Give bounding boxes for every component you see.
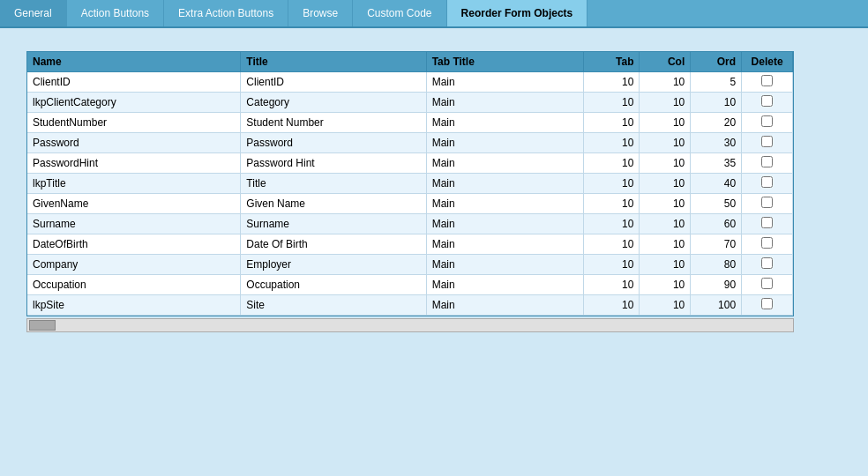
cell-ord-8: 70 [691, 234, 742, 255]
delete-checkbox-2[interactable] [761, 115, 773, 127]
delete-checkbox-3[interactable] [761, 136, 773, 147]
cell-title-7: Surname [241, 214, 426, 234]
cell-col-1: 10 [640, 93, 691, 113]
cell-title-10: Occupation [241, 275, 426, 295]
cell-ord-11: 100 [691, 295, 742, 316]
table-row: DateOfBirthDate Of BirthMain101070 [27, 234, 793, 255]
table-wrapper[interactable]: NameTitleTab TitleTabColOrdDelete Client… [26, 51, 794, 316]
cell-title-3: Password [241, 133, 426, 153]
cell-ord-6: 50 [691, 194, 742, 214]
cell-ord-0: 5 [691, 72, 742, 93]
cell-title-0: ClientID [241, 72, 426, 93]
cell-tab-11: 10 [584, 295, 640, 316]
cell-name-4: PasswordHint [27, 153, 241, 174]
tab-extra-action-buttons[interactable]: Extra Action Buttons [164, 0, 288, 26]
tab-browse[interactable]: Browse [288, 0, 353, 26]
cell-col-10: 10 [640, 275, 691, 295]
cell-delete-0[interactable] [742, 72, 793, 93]
header-col: Col [640, 52, 691, 72]
cell-delete-9[interactable] [742, 255, 793, 275]
cell-tab-8: 10 [584, 234, 640, 255]
cell-title-2: Student Number [241, 113, 426, 133]
cell-delete-7[interactable] [742, 214, 793, 234]
cell-name-9: Company [27, 255, 241, 275]
delete-checkbox-5[interactable] [761, 176, 773, 188]
cell-title-6: Given Name [241, 194, 426, 214]
cell-delete-2[interactable] [742, 113, 793, 133]
header-ord: Ord [691, 52, 742, 72]
delete-checkbox-10[interactable] [761, 278, 773, 289]
delete-checkbox-0[interactable] [761, 75, 773, 86]
horizontal-scrollbar[interactable] [26, 318, 794, 332]
table-row: PasswordPasswordMain101030 [27, 133, 793, 153]
delete-checkbox-7[interactable] [761, 217, 773, 228]
cell-name-5: lkpTitle [27, 174, 241, 194]
cell-title-11: Site [241, 295, 426, 316]
table-row: PasswordHintPassword HintMain101035 [27, 153, 793, 174]
cell-name-6: GivenName [27, 194, 241, 214]
cell-tab_title-9: Main [426, 255, 584, 275]
cell-delete-3[interactable] [742, 133, 793, 153]
cell-tab-7: 10 [584, 214, 640, 234]
cell-tab-0: 10 [584, 72, 640, 93]
table-row: StudentNumberStudent NumberMain101020 [27, 113, 793, 133]
table-row: lkpSiteSiteMain1010100 [27, 295, 793, 316]
delete-checkbox-11[interactable] [761, 298, 773, 309]
cell-delete-5[interactable] [742, 174, 793, 194]
cell-tab_title-0: Main [426, 72, 584, 93]
table-row: CompanyEmployerMain101080 [27, 255, 793, 275]
cell-ord-4: 35 [691, 153, 742, 174]
delete-checkbox-8[interactable] [761, 237, 773, 249]
delete-checkbox-9[interactable] [761, 257, 773, 269]
cell-name-2: StudentNumber [27, 113, 241, 133]
table-row: lkpTitleTitleMain101040 [27, 174, 793, 194]
delete-checkbox-4[interactable] [761, 156, 773, 167]
cell-col-4: 10 [640, 153, 691, 174]
cell-col-5: 10 [640, 174, 691, 194]
cell-title-4: Password Hint [241, 153, 426, 174]
header-title: Title [241, 52, 426, 72]
cell-col-0: 10 [640, 72, 691, 93]
tab-reorder-form-objects[interactable]: Reorder Form Objects [447, 0, 588, 26]
cell-delete-10[interactable] [742, 275, 793, 295]
table-row: SurnameSurnameMain101060 [27, 214, 793, 234]
table-row: OccupationOccupationMain101090 [27, 275, 793, 295]
tabs-bar: GeneralAction ButtonsExtra Action Button… [0, 0, 868, 28]
tab-general[interactable]: General [0, 0, 67, 26]
cell-ord-7: 60 [691, 214, 742, 234]
cell-tab_title-7: Main [426, 214, 584, 234]
header-tab: Tab [584, 52, 640, 72]
cell-title-8: Date Of Birth [241, 234, 426, 255]
cell-ord-1: 10 [691, 93, 742, 113]
cell-title-5: Title [241, 174, 426, 194]
cell-col-3: 10 [640, 133, 691, 153]
cell-col-7: 10 [640, 214, 691, 234]
tab-action-buttons[interactable]: Action Buttons [67, 0, 164, 26]
delete-checkbox-1[interactable] [761, 95, 773, 107]
cell-delete-4[interactable] [742, 153, 793, 174]
cell-ord-2: 20 [691, 113, 742, 133]
cell-delete-6[interactable] [742, 194, 793, 214]
delete-checkbox-6[interactable] [761, 197, 773, 208]
table-body: ClientIDClientIDMain10105lkpClientCatego… [27, 72, 793, 316]
cell-ord-5: 40 [691, 174, 742, 194]
cell-tab_title-11: Main [426, 295, 584, 316]
cell-delete-1[interactable] [742, 93, 793, 113]
cell-tab_title-10: Main [426, 275, 584, 295]
cell-name-3: Password [27, 133, 241, 153]
cell-delete-11[interactable] [742, 295, 793, 316]
cell-col-11: 10 [640, 295, 691, 316]
h-scroll-thumb[interactable] [29, 320, 56, 331]
cell-tab_title-1: Main [426, 93, 584, 113]
tab-custom-code[interactable]: Custom Code [353, 0, 446, 26]
cell-ord-9: 80 [691, 255, 742, 275]
cell-name-11: lkpSite [27, 295, 241, 316]
cell-col-8: 10 [640, 234, 691, 255]
cell-name-0: ClientID [27, 72, 241, 93]
cell-delete-8[interactable] [742, 234, 793, 255]
cell-tab_title-4: Main [426, 153, 584, 174]
header-delete: Delete [742, 52, 793, 72]
cell-tab-5: 10 [584, 174, 640, 194]
table-row: GivenNameGiven NameMain101050 [27, 194, 793, 214]
cell-tab_title-6: Main [426, 194, 584, 214]
